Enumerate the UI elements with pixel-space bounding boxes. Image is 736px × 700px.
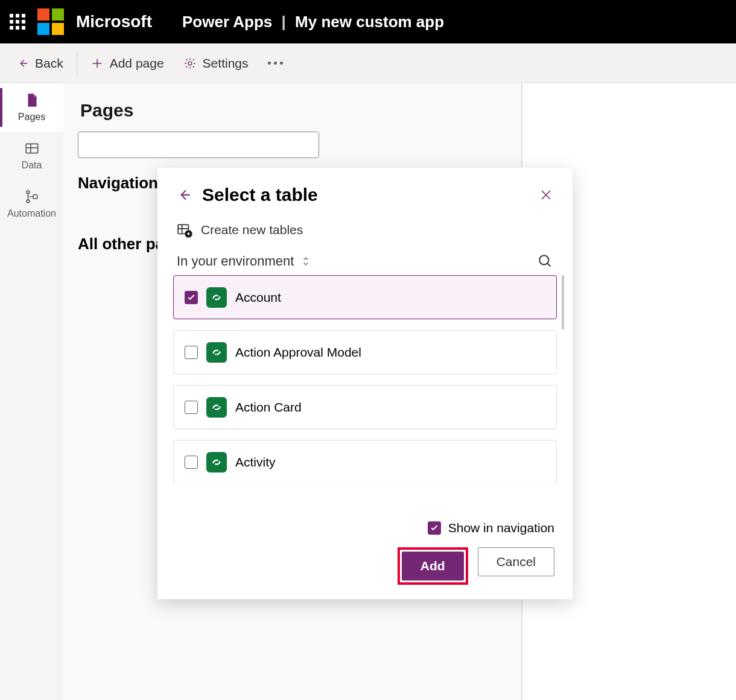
add-button-label: Add bbox=[420, 559, 445, 573]
svg-rect-4 bbox=[33, 195, 37, 199]
search-icon[interactable] bbox=[538, 253, 553, 269]
current-app-name[interactable]: My new custom app bbox=[295, 13, 444, 31]
rail-automation-label: Automation bbox=[7, 208, 56, 219]
content-panel: Pages Navigation All other pages Select … bbox=[63, 83, 509, 700]
table-icon bbox=[24, 141, 40, 156]
app-launcher-icon[interactable] bbox=[10, 14, 25, 30]
table-list: Account Action Approval Model bbox=[166, 275, 564, 509]
gear-icon bbox=[183, 57, 197, 70]
checkbox-checked-icon[interactable] bbox=[185, 291, 198, 304]
table-item-action-approval-model[interactable]: Action Approval Model bbox=[173, 330, 557, 374]
create-new-tables-button[interactable]: Create new tables bbox=[166, 205, 564, 243]
search-input[interactable] bbox=[78, 132, 319, 158]
global-header: Microsoft Power Apps | My new custom app bbox=[0, 0, 736, 43]
main-area: Pages Data Automation Pages Navigation A… bbox=[0, 83, 736, 700]
cancel-button[interactable]: Cancel bbox=[478, 547, 554, 576]
table-item-action-card[interactable]: Action Card bbox=[173, 385, 557, 429]
settings-label: Settings bbox=[203, 56, 249, 71]
svg-point-3 bbox=[27, 200, 30, 203]
rail-item-automation[interactable]: Automation bbox=[0, 180, 63, 228]
add-button-highlight: Add bbox=[398, 547, 468, 585]
app-context: Power Apps | My new custom app bbox=[182, 13, 444, 31]
dialog-title: Select a table bbox=[202, 185, 529, 205]
rail-data-label: Data bbox=[22, 160, 42, 171]
rail-item-data[interactable]: Data bbox=[0, 132, 63, 180]
table-name: Action Approval Model bbox=[235, 345, 361, 360]
settings-button[interactable]: Settings bbox=[175, 51, 257, 75]
dataverse-icon bbox=[206, 342, 227, 363]
table-item-account[interactable]: Account bbox=[173, 275, 557, 319]
dataverse-icon bbox=[206, 397, 227, 418]
table-name: Action Card bbox=[235, 400, 302, 415]
page-icon bbox=[24, 92, 40, 108]
checkbox-unchecked-icon[interactable] bbox=[185, 456, 198, 469]
microsoft-logo bbox=[37, 8, 64, 35]
rail-item-pages[interactable]: Pages bbox=[0, 83, 63, 132]
add-page-button[interactable]: Add page bbox=[82, 51, 173, 75]
add-page-label: Add page bbox=[110, 56, 164, 71]
table-name: Activity bbox=[235, 455, 276, 469]
table-item-activity[interactable]: Activity bbox=[173, 440, 557, 484]
back-button[interactable]: Back bbox=[7, 51, 72, 75]
create-new-tables-label: Create new tables bbox=[201, 223, 303, 237]
left-rail: Pages Data Automation bbox=[0, 83, 63, 700]
show-in-navigation-row: Show in navigation bbox=[176, 521, 554, 535]
app-name[interactable]: Power Apps bbox=[182, 13, 272, 31]
brand-name: Microsoft bbox=[76, 12, 152, 31]
environment-filter[interactable]: In your environment bbox=[177, 253, 312, 269]
command-bar: Back Add page Settings bbox=[0, 43, 736, 83]
close-icon[interactable] bbox=[539, 188, 553, 202]
rail-pages-label: Pages bbox=[18, 112, 45, 122]
plus-icon bbox=[90, 57, 104, 70]
new-table-icon bbox=[177, 222, 192, 238]
add-button[interactable]: Add bbox=[402, 552, 464, 581]
dialog-back-icon[interactable] bbox=[177, 187, 192, 203]
flow-icon bbox=[24, 189, 40, 205]
show-in-nav-checkbox[interactable] bbox=[428, 521, 441, 535]
back-arrow-icon bbox=[16, 57, 29, 70]
svg-point-7 bbox=[539, 255, 548, 264]
svg-point-0 bbox=[188, 62, 192, 65]
more-commands-button[interactable] bbox=[259, 57, 291, 69]
table-name: Account bbox=[235, 290, 281, 305]
back-label: Back bbox=[35, 56, 63, 71]
select-table-dialog: Select a table Create new tables In your… bbox=[157, 168, 573, 599]
cancel-button-label: Cancel bbox=[496, 555, 536, 569]
page-title: Pages bbox=[80, 100, 495, 121]
content-wrapper: Pages Navigation All other pages Select … bbox=[63, 83, 522, 700]
checkbox-unchecked-icon[interactable] bbox=[185, 346, 198, 359]
show-in-nav-label: Show in navigation bbox=[448, 521, 554, 535]
svg-rect-1 bbox=[26, 144, 38, 153]
dataverse-icon bbox=[206, 287, 227, 308]
svg-point-2 bbox=[27, 191, 30, 194]
checkbox-unchecked-icon[interactable] bbox=[185, 401, 198, 414]
divider bbox=[77, 51, 77, 75]
sort-icon bbox=[300, 255, 312, 267]
scrollbar-thumb[interactable] bbox=[562, 275, 564, 329]
environment-label: In your environment bbox=[177, 253, 294, 269]
dataverse-icon bbox=[206, 452, 227, 472]
breadcrumb-separator: | bbox=[282, 13, 286, 31]
